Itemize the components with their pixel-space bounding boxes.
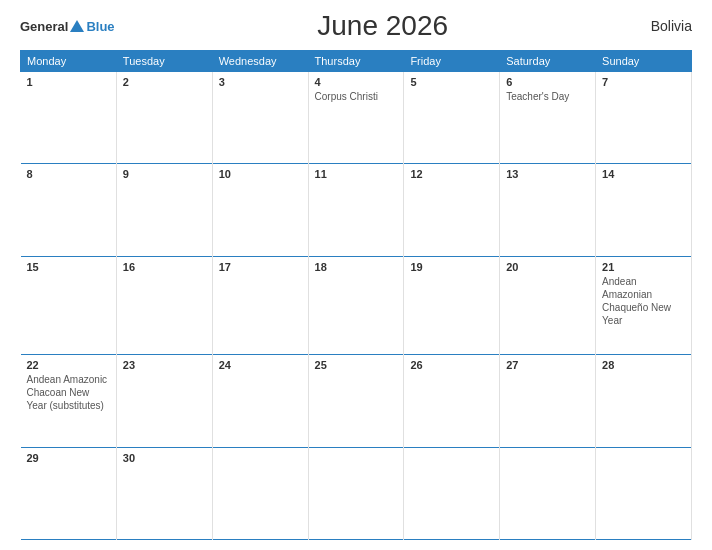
day-number: 11 bbox=[315, 168, 398, 180]
day-number: 8 bbox=[27, 168, 110, 180]
calendar-week-row: 891011121314 bbox=[21, 164, 692, 256]
calendar-day-cell bbox=[596, 447, 692, 539]
calendar-day-cell bbox=[212, 447, 308, 539]
calendar-day-cell: 14 bbox=[596, 164, 692, 256]
weekday-header-thursday: Thursday bbox=[308, 51, 404, 72]
day-number: 19 bbox=[410, 261, 493, 273]
calendar-day-cell: 6Teacher's Day bbox=[500, 72, 596, 164]
day-number: 15 bbox=[27, 261, 110, 273]
day-number: 28 bbox=[602, 359, 685, 371]
calendar-day-cell: 7 bbox=[596, 72, 692, 164]
calendar-day-cell: 9 bbox=[116, 164, 212, 256]
weekday-header-monday: Monday bbox=[21, 51, 117, 72]
day-number: 23 bbox=[123, 359, 206, 371]
calendar-week-row: 22Andean Amazonic Chacoan New Year (subs… bbox=[21, 355, 692, 447]
day-number: 25 bbox=[315, 359, 398, 371]
day-number: 13 bbox=[506, 168, 589, 180]
calendar-day-cell: 27 bbox=[500, 355, 596, 447]
calendar-header: MondayTuesdayWednesdayThursdayFridaySatu… bbox=[21, 51, 692, 72]
calendar-day-cell: 18 bbox=[308, 256, 404, 355]
calendar-day-cell bbox=[308, 447, 404, 539]
calendar-day-cell bbox=[500, 447, 596, 539]
day-number: 7 bbox=[602, 76, 685, 88]
calendar-day-cell: 28 bbox=[596, 355, 692, 447]
calendar-day-cell: 13 bbox=[500, 164, 596, 256]
weekday-header-wednesday: Wednesday bbox=[212, 51, 308, 72]
logo: General Blue bbox=[20, 19, 115, 34]
day-number: 4 bbox=[315, 76, 398, 88]
calendar-day-cell: 12 bbox=[404, 164, 500, 256]
calendar-table: MondayTuesdayWednesdayThursdayFridaySatu… bbox=[20, 50, 692, 540]
calendar-day-cell: 22Andean Amazonic Chacoan New Year (subs… bbox=[21, 355, 117, 447]
logo-blue-text: Blue bbox=[86, 19, 114, 34]
calendar-day-cell: 29 bbox=[21, 447, 117, 539]
day-number: 29 bbox=[27, 452, 110, 464]
logo-triangle-icon bbox=[70, 20, 84, 32]
calendar-day-cell: 10 bbox=[212, 164, 308, 256]
weekday-header-row: MondayTuesdayWednesdayThursdayFridaySatu… bbox=[21, 51, 692, 72]
calendar-day-cell: 1 bbox=[21, 72, 117, 164]
weekday-header-friday: Friday bbox=[404, 51, 500, 72]
calendar-body: 1234Corpus Christi56Teacher's Day7891011… bbox=[21, 72, 692, 540]
day-number: 12 bbox=[410, 168, 493, 180]
calendar-day-cell: 25 bbox=[308, 355, 404, 447]
calendar-day-cell: 3 bbox=[212, 72, 308, 164]
calendar-day-cell: 20 bbox=[500, 256, 596, 355]
day-number: 27 bbox=[506, 359, 589, 371]
calendar-day-cell: 5 bbox=[404, 72, 500, 164]
event-text: Andean Amazonic Chacoan New Year (substi… bbox=[27, 373, 110, 412]
calendar-day-cell: 17 bbox=[212, 256, 308, 355]
day-number: 16 bbox=[123, 261, 206, 273]
calendar-day-cell: 2 bbox=[116, 72, 212, 164]
day-number: 1 bbox=[27, 76, 110, 88]
weekday-header-tuesday: Tuesday bbox=[116, 51, 212, 72]
calendar-week-row: 15161718192021Andean Amazonian Chaqueño … bbox=[21, 256, 692, 355]
calendar-day-cell: 21Andean Amazonian Chaqueño New Year bbox=[596, 256, 692, 355]
day-number: 3 bbox=[219, 76, 302, 88]
day-number: 30 bbox=[123, 452, 206, 464]
country-name: Bolivia bbox=[651, 18, 692, 34]
calendar-week-row: 2930 bbox=[21, 447, 692, 539]
day-number: 18 bbox=[315, 261, 398, 273]
day-number: 24 bbox=[219, 359, 302, 371]
day-number: 5 bbox=[410, 76, 493, 88]
calendar-day-cell bbox=[404, 447, 500, 539]
calendar-day-cell: 11 bbox=[308, 164, 404, 256]
event-text: Corpus Christi bbox=[315, 90, 398, 103]
logo-general-text: General bbox=[20, 19, 68, 34]
calendar-day-cell: 15 bbox=[21, 256, 117, 355]
day-number: 20 bbox=[506, 261, 589, 273]
calendar-day-cell: 24 bbox=[212, 355, 308, 447]
calendar-day-cell: 19 bbox=[404, 256, 500, 355]
page-header: General Blue June 2026 Bolivia bbox=[20, 10, 692, 42]
day-number: 6 bbox=[506, 76, 589, 88]
day-number: 14 bbox=[602, 168, 685, 180]
event-text: Teacher's Day bbox=[506, 90, 589, 103]
calendar-day-cell: 30 bbox=[116, 447, 212, 539]
calendar-day-cell: 8 bbox=[21, 164, 117, 256]
calendar-week-row: 1234Corpus Christi56Teacher's Day7 bbox=[21, 72, 692, 164]
event-text: Andean Amazonian Chaqueño New Year bbox=[602, 275, 685, 327]
calendar-day-cell: 4Corpus Christi bbox=[308, 72, 404, 164]
calendar-day-cell: 26 bbox=[404, 355, 500, 447]
day-number: 22 bbox=[27, 359, 110, 371]
day-number: 9 bbox=[123, 168, 206, 180]
day-number: 17 bbox=[219, 261, 302, 273]
day-number: 26 bbox=[410, 359, 493, 371]
calendar-day-cell: 23 bbox=[116, 355, 212, 447]
weekday-header-saturday: Saturday bbox=[500, 51, 596, 72]
month-title: June 2026 bbox=[317, 10, 448, 42]
weekday-header-sunday: Sunday bbox=[596, 51, 692, 72]
day-number: 21 bbox=[602, 261, 685, 273]
day-number: 2 bbox=[123, 76, 206, 88]
day-number: 10 bbox=[219, 168, 302, 180]
calendar-day-cell: 16 bbox=[116, 256, 212, 355]
